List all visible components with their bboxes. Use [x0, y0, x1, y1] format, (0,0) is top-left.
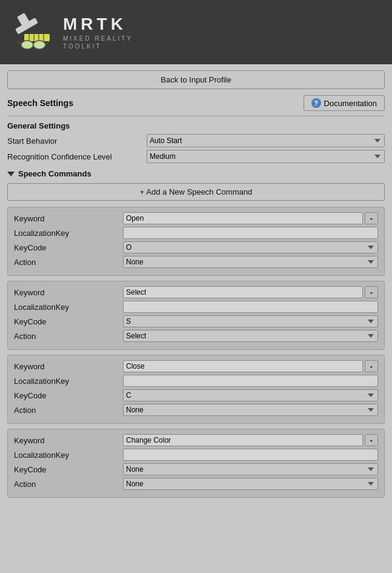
logo-subtitle-line1: MIXED REALITY	[63, 35, 133, 42]
localization-row-1: LocalizationKey	[14, 301, 378, 313]
action-select-1[interactable]: Select None	[123, 330, 378, 342]
keyword-input-1[interactable]	[123, 286, 363, 298]
keyword-input-group-3: -	[123, 434, 378, 446]
svg-point-7	[21, 41, 33, 49]
action-select-0[interactable]: None	[123, 256, 378, 268]
command-card-3: Keyword - LocalizationKey KeyCode None A…	[7, 429, 385, 498]
svg-point-8	[33, 41, 45, 49]
remove-button-1[interactable]: -	[365, 286, 378, 298]
keyword-input-group-2: -	[123, 360, 378, 372]
mrtk-logo-icon	[12, 11, 55, 53]
keyword-label-0: Keyword	[14, 214, 123, 223]
remove-button-3[interactable]: -	[365, 434, 378, 446]
svg-rect-2	[24, 34, 50, 41]
localization-input-3[interactable]	[123, 449, 378, 461]
action-label-0: Action	[14, 258, 123, 267]
localization-row-0: LocalizationKey	[14, 227, 378, 239]
action-label-1: Action	[14, 332, 123, 341]
keyword-row-3: Keyword -	[14, 434, 378, 446]
recognition-confidence-row: Recognition Confidence Level Low Medium …	[7, 150, 385, 163]
keyword-row-2: Keyword -	[14, 360, 378, 372]
keycode-select-3[interactable]: None	[123, 463, 378, 475]
app-header: MRTK MIXED REALITY TOOLKIT	[0, 0, 392, 64]
action-row-3: Action None	[14, 478, 378, 490]
back-to-input-profile-button[interactable]: Back to Input Profile	[7, 70, 385, 89]
localization-input-2[interactable]	[123, 375, 378, 387]
keycode-row-0: KeyCode O	[14, 241, 378, 253]
localization-row-2: LocalizationKey	[14, 375, 378, 387]
action-label-3: Action	[14, 480, 123, 489]
keycode-row-3: KeyCode None	[14, 463, 378, 475]
keycode-select-2[interactable]: C	[123, 389, 378, 401]
start-behavior-row: Start Behavior Auto Start Manual Start	[7, 134, 385, 147]
localization-input-0[interactable]	[123, 227, 378, 239]
keyword-label-1: Keyword	[14, 288, 123, 297]
keycode-label-2: KeyCode	[14, 391, 123, 400]
keycode-row-1: KeyCode S	[14, 315, 378, 327]
remove-button-0[interactable]: -	[365, 212, 378, 224]
speech-settings-title: Speech Settings	[7, 98, 73, 108]
collapse-triangle-icon	[7, 172, 15, 176]
action-row-1: Action Select None	[14, 330, 378, 342]
action-label-2: Action	[14, 406, 123, 415]
keycode-label-1: KeyCode	[14, 317, 123, 326]
documentation-label: Documentation	[324, 99, 377, 108]
keyword-input-3[interactable]	[123, 434, 363, 446]
action-row-2: Action None	[14, 404, 378, 416]
recognition-confidence-label: Recognition Confidence Level	[7, 152, 147, 161]
start-behavior-label: Start Behavior	[7, 136, 147, 146]
logo-subtitle-line2: TOOLKIT	[63, 43, 133, 50]
divider	[7, 116, 385, 116]
keycode-label-0: KeyCode	[14, 243, 123, 252]
command-card-2: Keyword - LocalizationKey KeyCode C Acti…	[7, 355, 385, 424]
keycode-select-1[interactable]: S	[123, 315, 378, 327]
localization-label-3: LocalizationKey	[14, 451, 123, 460]
keyword-row-1: Keyword -	[14, 286, 378, 298]
logo-container: MRTK MIXED REALITY TOOLKIT	[12, 11, 133, 53]
add-speech-command-button[interactable]: + Add a New Speech Command	[7, 183, 385, 201]
keyword-input-group-0: -	[123, 212, 378, 224]
action-row-0: Action None	[14, 256, 378, 268]
keyword-input-0[interactable]	[123, 212, 363, 224]
command-card-0: Keyword - LocalizationKey KeyCode O Acti…	[7, 207, 385, 276]
speech-commands-header: Speech Commands	[7, 169, 385, 178]
keyword-row-0: Keyword -	[14, 212, 378, 224]
speech-commands-title: Speech Commands	[18, 169, 91, 178]
main-content: Back to Input Profile Speech Settings ? …	[0, 64, 392, 509]
title-row: Speech Settings ? Documentation	[7, 95, 385, 111]
recognition-confidence-select[interactable]: Low Medium High	[147, 150, 385, 163]
keyword-label-2: Keyword	[14, 362, 123, 371]
keyword-input-2[interactable]	[123, 360, 363, 372]
keyword-input-group-1: -	[123, 286, 378, 298]
keycode-select-0[interactable]: O	[123, 241, 378, 253]
logo-title: MRTK	[63, 15, 133, 34]
command-card-1: Keyword - LocalizationKey KeyCode S Acti…	[7, 281, 385, 350]
general-settings-title: General Settings	[7, 121, 385, 130]
documentation-icon: ?	[311, 98, 321, 108]
localization-input-1[interactable]	[123, 301, 378, 313]
keyword-label-3: Keyword	[14, 436, 123, 445]
keycode-label-3: KeyCode	[14, 465, 123, 474]
localization-label-1: LocalizationKey	[14, 303, 123, 312]
remove-button-2[interactable]: -	[365, 360, 378, 372]
keycode-row-2: KeyCode C	[14, 389, 378, 401]
action-select-3[interactable]: None	[123, 478, 378, 490]
logo-text: MRTK MIXED REALITY TOOLKIT	[63, 15, 133, 50]
localization-label-2: LocalizationKey	[14, 377, 123, 386]
localization-label-0: LocalizationKey	[14, 229, 123, 238]
documentation-button[interactable]: ? Documentation	[304, 95, 385, 111]
action-select-2[interactable]: None	[123, 404, 378, 416]
localization-row-3: LocalizationKey	[14, 449, 378, 461]
start-behavior-select[interactable]: Auto Start Manual Start	[147, 134, 385, 147]
